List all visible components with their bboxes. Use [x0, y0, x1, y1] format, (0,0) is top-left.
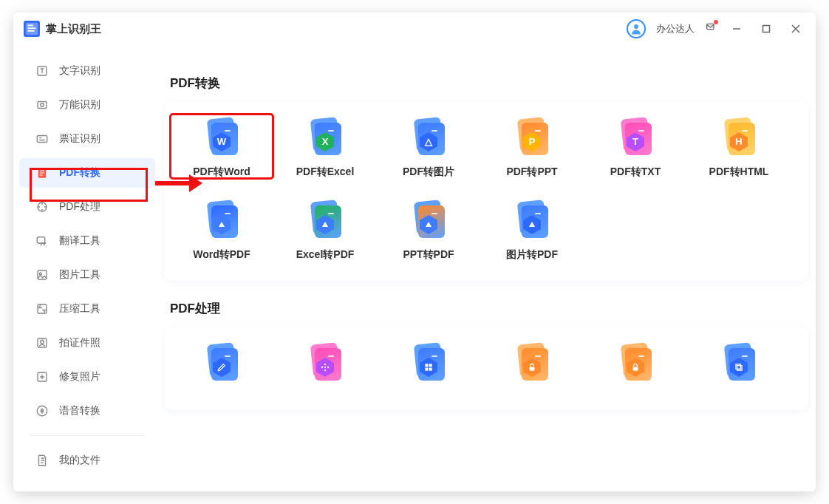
- nav-label: 拍证件照: [59, 336, 100, 350]
- nav-label: PDF转换: [59, 166, 100, 180]
- close-button[interactable]: [786, 19, 805, 38]
- message-icon[interactable]: [705, 21, 717, 36]
- feature-item[interactable]: [687, 342, 791, 391]
- minimize-button[interactable]: [727, 19, 746, 38]
- nav-audio-convert[interactable]: 语音转换: [19, 396, 155, 426]
- universal-ocr-icon: [35, 98, 49, 112]
- feature-icon: [408, 342, 449, 384]
- svg-point-43: [324, 366, 326, 367]
- feature-label: PDF转PPT: [480, 166, 584, 179]
- feature-icon: [511, 200, 553, 241]
- feature-badge-icon: [522, 214, 542, 235]
- image-tools-icon: [35, 268, 49, 282]
- notification-dot: [714, 20, 718, 24]
- feature-icon: P: [511, 117, 553, 158]
- nav-compress[interactable]: 压缩工具: [19, 294, 155, 324]
- feature-item[interactable]: PPT转PDF: [377, 200, 480, 262]
- feature-icon: [718, 342, 760, 384]
- svg-rect-54: [737, 365, 742, 370]
- svg-rect-48: [429, 367, 432, 370]
- svg-marker-32: [322, 222, 328, 227]
- photo-restore-icon: [35, 370, 49, 384]
- maximize-button[interactable]: [757, 19, 776, 38]
- svg-marker-34: [426, 222, 431, 227]
- nav-label: 图片工具: [59, 268, 100, 282]
- ticket-ocr-icon: [35, 132, 49, 146]
- feature-item[interactable]: [377, 342, 480, 391]
- nav-image-tools[interactable]: 图片工具: [19, 260, 155, 290]
- sidebar: 文字识别 万能识别 票证识别 PDF转换 PDF处理 翻译工具 图片工具 压缩: [13, 13, 161, 491]
- feature-item[interactable]: HPDF转HTML: [687, 117, 791, 179]
- feature-item[interactable]: PPDF转PPT: [480, 117, 584, 179]
- feature-icon: [511, 342, 553, 384]
- feature-label: PDF转Excel: [273, 166, 377, 179]
- nav-id-photo[interactable]: 拍证件照: [19, 328, 155, 358]
- svg-point-39: [324, 363, 326, 364]
- feature-label: Word转PDF: [170, 248, 273, 262]
- feature-item[interactable]: [170, 342, 273, 391]
- nav-text-ocr[interactable]: 文字识别: [19, 56, 155, 86]
- feature-item[interactable]: [273, 342, 377, 391]
- nav-label: 压缩工具: [59, 302, 100, 316]
- compress-icon: [35, 302, 49, 316]
- svg-rect-10: [37, 136, 47, 143]
- nav-label: 万能识别: [59, 98, 100, 112]
- feature-item[interactable]: Word转PDF: [170, 200, 273, 262]
- nav-label: 修复照片: [59, 370, 100, 384]
- feature-label: PDF转HTML: [687, 166, 791, 179]
- feature-badge-icon: [315, 357, 335, 378]
- translate-icon: [35, 234, 49, 248]
- feature-item[interactable]: 图片转PDF: [480, 200, 584, 262]
- audio-convert-icon: [35, 404, 49, 418]
- feature-label: 图片转PDF: [480, 248, 584, 262]
- svg-point-41: [321, 366, 323, 367]
- nav-label: 文字识别: [59, 64, 100, 78]
- nav-label: PDF处理: [59, 200, 100, 214]
- feature-grid-convert: WPDF转WordXPDF转Excel△PDF转图片PPDF转PPTTPDF转T…: [170, 112, 802, 278]
- svg-point-40: [324, 370, 326, 371]
- nav-universal-ocr[interactable]: 万能识别: [19, 90, 155, 120]
- feature-label: PDF转图片: [377, 166, 480, 179]
- user-name[interactable]: 办公达人: [656, 22, 695, 35]
- id-photo-icon: [35, 336, 49, 350]
- feature-icon: [201, 200, 242, 241]
- nav-my-files[interactable]: 我的文件: [19, 446, 155, 475]
- feature-label: Excel转PDF: [273, 248, 377, 262]
- nav-pdf-process[interactable]: PDF处理: [19, 192, 155, 222]
- feature-item[interactable]: WPDF转Word: [170, 114, 273, 179]
- feature-item[interactable]: [584, 342, 687, 391]
- text-ocr-icon: [35, 64, 49, 78]
- feature-label: PDF转TXT: [584, 166, 687, 179]
- feature-badge-icon: [729, 357, 749, 378]
- feature-item[interactable]: △PDF转图片: [377, 117, 480, 179]
- nav-pdf-convert[interactable]: PDF转换: [19, 158, 155, 188]
- feature-icon: [304, 200, 346, 241]
- svg-point-9: [41, 103, 44, 107]
- nav-label: 票证识别: [59, 132, 100, 146]
- feature-icon: [615, 342, 656, 384]
- feature-item[interactable]: Excel转PDF: [273, 200, 377, 262]
- feature-item[interactable]: [480, 342, 584, 391]
- titlebar-right: 办公达人: [627, 19, 805, 38]
- feature-badge-icon: [211, 357, 232, 378]
- feature-icon: [304, 342, 346, 384]
- panel-convert: WPDF转WordXPDF转Excel△PDF转图片PPDF转PPTTPDF转T…: [164, 102, 808, 281]
- feature-badge-icon: [522, 357, 542, 378]
- feature-label: PPT转PDF: [377, 248, 480, 262]
- nav-label: 语音转换: [59, 404, 100, 418]
- sidebar-divider: [30, 435, 145, 436]
- nav-ticket-ocr[interactable]: 票证识别: [19, 124, 155, 154]
- nav-translate[interactable]: 翻译工具: [19, 226, 155, 256]
- svg-rect-16: [38, 304, 47, 313]
- feature-badge-icon: [625, 357, 646, 378]
- svg-rect-45: [425, 364, 428, 367]
- feature-item[interactable]: TPDF转TXT: [584, 117, 687, 179]
- feature-badge-icon: X: [315, 132, 335, 152]
- feature-icon: H: [718, 117, 760, 158]
- avatar[interactable]: [627, 19, 646, 38]
- svg-marker-36: [529, 222, 535, 227]
- nav-photo-restore[interactable]: 修复照片: [19, 362, 155, 392]
- feature-badge-icon: T: [625, 132, 646, 152]
- svg-point-42: [327, 366, 329, 367]
- feature-item[interactable]: XPDF转Excel: [273, 117, 377, 179]
